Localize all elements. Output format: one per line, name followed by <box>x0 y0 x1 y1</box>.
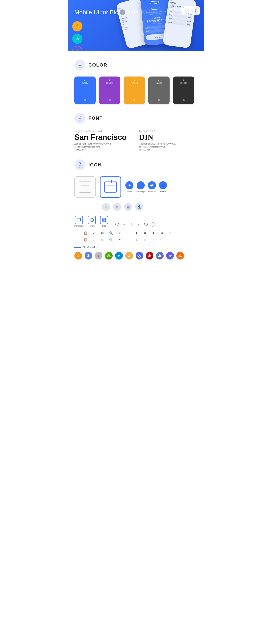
info-gray-icon: ⓘ <box>160 237 164 242</box>
hero-badges: Ps 60+Screens <box>72 21 82 51</box>
order-icon: Order <box>100 216 108 227</box>
share-gray-icon: ⬆ <box>134 237 139 242</box>
font-section-title: FONT <box>88 116 103 121</box>
exchange-gray-icon: ⇄ <box>113 203 121 211</box>
star-icon: ☆ <box>117 230 122 236</box>
assets-nav-icon: ◈ Assets <box>126 181 134 193</box>
neo-icon <box>105 252 112 260</box>
color-section: 1 ONE COLOR #3574FA #8D40C8 #F5A623 #666… <box>68 51 204 110</box>
tool-icons-colored: + 📋 ✓ ⊞ 🔍 ☆ ‹ ⬆ ⚙ ⬆ ⇔ ✕ <box>74 230 198 236</box>
plus-icon: + <box>74 230 80 236</box>
font-grid: Regular · Medium · Bold San Francisco AB… <box>74 130 198 151</box>
nav-icons-group: ◈ Assets ⇄ Exchange ◉ Discover 👤 Profile <box>126 181 167 193</box>
large-icons-row: ◈ Assets ⇄ Exchange ◉ Discover 👤 Profile <box>74 176 198 198</box>
discover-gray-icon: ◉ <box>124 203 132 211</box>
svg-rect-0 <box>77 218 80 221</box>
settings-icon: ⚙ <box>142 230 148 236</box>
discover-nav-icon: ◉ Discover <box>148 181 156 193</box>
color-section-number: 1 ONE <box>74 60 86 70</box>
font-section-number: 2 TWO <box>74 113 86 124</box>
color-swatch-orange: #F5A623 <box>124 76 145 104</box>
bat-icon <box>176 252 184 260</box>
matic-icon <box>166 252 174 260</box>
swap-icon: ⇔ <box>160 230 164 236</box>
crypto-icons-row: ₿ Ξ Ł D Z <box>74 252 198 260</box>
misc-icons: 💬 ≡ ☽ ● 💬 i <box>114 222 155 227</box>
blue-wallet-icon <box>100 176 121 198</box>
svg-line-5 <box>92 220 93 220</box>
export-icon: ⬆ <box>151 230 156 236</box>
hero-section: Mobile UI for Blockchain Wallet UI Kit P… <box>68 0 204 51</box>
hero-phones: Profile Al... Management Message Bold Co… <box>119 13 204 51</box>
dash-icon: D <box>115 252 123 260</box>
svg-marker-10 <box>107 254 110 257</box>
mgmt-icons-row: Mangment History Order <box>74 216 198 227</box>
ark-icon <box>146 252 154 260</box>
color-section-title: COLOR <box>88 62 107 68</box>
search-gray-icon: 🔍 <box>108 237 114 242</box>
moon-icon: ☽ <box>129 222 134 227</box>
circle-icon: ● <box>136 222 141 227</box>
gray-nav-icons-row: ◈ ⇄ ◉ 👤 <box>74 203 198 211</box>
back-gray-icon: ‹ <box>126 237 130 242</box>
grid-icon <box>136 252 143 260</box>
exchange-nav-icon: ⇄ Exchange <box>136 181 145 193</box>
color-swatch-gray: #666666 <box>148 76 170 104</box>
qr-icon: ⊞ <box>100 230 105 236</box>
color-swatch-blue: #3574FA <box>74 76 96 104</box>
color-section-header: 1 ONE COLOR <box>74 60 198 70</box>
litecoin-icon: Ł <box>95 252 102 260</box>
check-icon: ✓ <box>92 230 96 236</box>
trig-icon <box>156 252 164 260</box>
icon-section-title: ICON <box>88 162 102 168</box>
color-swatch-purple: #8D40C8 <box>99 76 120 104</box>
search-icon: 🔍 <box>108 230 114 236</box>
qr-gray-icon: ⊞ <box>100 237 105 242</box>
assets-gray-icon: ◈ <box>102 203 110 211</box>
color-swatch-dark: #303030 <box>173 76 194 104</box>
color-swatches: #3574FA #8D40C8 #F5A623 #666666 #303030 <box>74 76 198 104</box>
share-icon: ⬆ <box>134 230 139 236</box>
refresh-gray-icon: ↻ <box>142 237 148 242</box>
icon-section-number: 3 THREE <box>74 160 86 170</box>
icon-section: 3 THREE ICON ◈ <box>68 160 204 266</box>
tool-icons-gray: + 📋 ✓ ⊞ 🔍 ★ ‹ ⬆ ↻ › ⓘ <box>74 237 198 242</box>
font-section: 2 TWO FONT Regular · Medium · Bold San F… <box>68 113 204 157</box>
star-filled-icon: ★ <box>117 237 122 242</box>
list-gray-icon: 📋 <box>83 237 88 242</box>
profile-nav-icon: 👤 Profile <box>159 181 167 193</box>
ethereum-icon: Ξ <box>84 252 92 260</box>
phone-right: 9:41 + myWallet $ 6,297,502.12 Available… <box>162 0 197 48</box>
font-section-header: 2 TWO FONT <box>74 113 198 124</box>
ps-badge: Ps <box>72 34 82 44</box>
layers-icon: ≡ <box>122 222 127 227</box>
comment-icon: 💬 <box>114 222 120 227</box>
check-gray-icon: ✓ <box>92 237 96 242</box>
list-edit-icon: 📋 <box>83 230 88 236</box>
history-icon: History <box>88 216 96 227</box>
wireframe-wallet-body <box>78 182 92 192</box>
profile-gray-icon: 👤 <box>135 203 143 211</box>
font-sf: Regular · Medium · Bold San Francisco AB… <box>74 130 133 151</box>
zcash-icon: Z <box>126 252 133 260</box>
icon-section-header: 3 THREE ICON <box>74 160 198 170</box>
management-icon: Mangment <box>74 216 84 227</box>
blockchain-divider: BlockChain Icon <box>74 246 198 248</box>
back-icon: ‹ <box>126 230 130 236</box>
svg-point-12 <box>139 255 140 256</box>
plus-gray-icon: + <box>74 237 80 242</box>
wireframe-wallet-icon <box>74 176 96 198</box>
speech-icon: 💬 <box>144 222 148 227</box>
divider-line <box>74 247 81 248</box>
font-din: Medium · Bold DIN ABCDEFGHIJKLMNOPQRSTUV… <box>139 130 198 151</box>
info-icon: i <box>151 222 155 226</box>
forward-gray-icon: › <box>151 237 156 242</box>
close-icon: ✕ <box>168 230 173 236</box>
bitcoin-icon: ₿ <box>74 252 82 260</box>
sketch-badge <box>72 21 82 32</box>
blockchain-label: BlockChain Icon <box>83 246 98 248</box>
screens-badge: 60+Screens <box>72 46 82 51</box>
